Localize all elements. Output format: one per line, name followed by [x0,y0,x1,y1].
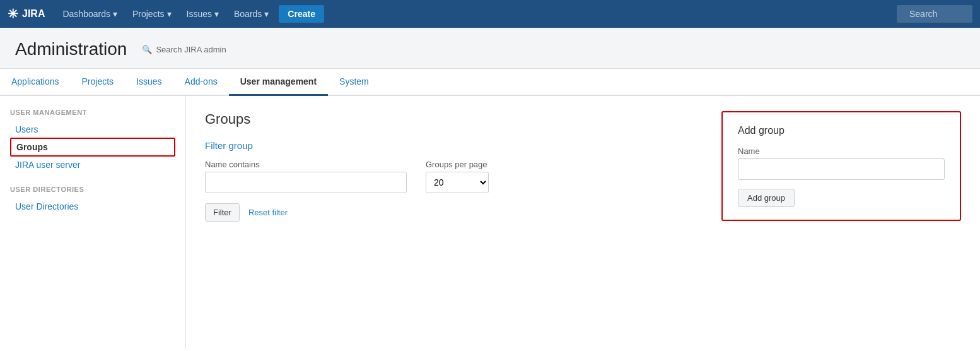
nav-issues[interactable]: Issues ▾ [179,0,226,28]
tab-applications[interactable]: Applications [0,69,71,96]
groups-per-page-label: Groups per page [426,160,489,169]
sidebar-item-user-directories[interactable]: User Directories [10,198,175,215]
add-group-button[interactable]: Add group [738,189,795,207]
nav-projects[interactable]: Projects ▾ [125,0,179,28]
sidebar-item-groups[interactable]: Groups [10,138,175,157]
reset-filter-button[interactable]: Reset filter [246,204,290,221]
admin-header: Administration 🔍 Search JIRA admin [0,28,980,69]
tab-system[interactable]: System [328,69,380,96]
tab-addons[interactable]: Add-ons [173,69,229,96]
main-content: Groups Filter group Name contains Groups… [186,96,703,348]
name-contains-field: Name contains [205,160,407,193]
tab-bar: Applications Projects Issues Add-ons Use… [0,69,980,96]
filter-button[interactable]: Filter [205,203,240,222]
jira-logo-icon: ✳ [8,6,18,21]
chevron-down-icon: ▾ [113,9,117,19]
create-button[interactable]: Create [279,5,324,23]
add-group-name-input[interactable] [738,158,945,180]
sidebar: USER MANAGEMENT Users Groups JIRA user s… [0,96,186,348]
sidebar-section-user-management: USER MANAGEMENT [10,109,175,116]
tab-projects[interactable]: Projects [71,69,125,96]
admin-search-bar[interactable]: 🔍 Search JIRA admin [142,45,226,54]
add-group-title: Add group [738,125,945,136]
groups-per-page-select[interactable]: 20 50 100 [426,172,489,193]
page-title: Administration [15,39,127,59]
content-area: Groups Filter group Name contains Groups… [186,96,980,348]
sidebar-item-jira-user-server[interactable]: JIRA user server [10,157,175,173]
filter-actions: Filter Reset filter [205,203,684,222]
tab-issues[interactable]: Issues [125,69,173,96]
groups-per-page-field: Groups per page 20 50 100 [426,160,489,193]
main-layout: USER MANAGEMENT Users Groups JIRA user s… [0,96,980,348]
chevron-down-icon: ▾ [167,9,172,19]
name-contains-input[interactable] [205,172,407,193]
filter-row: Name contains Groups per page 20 50 100 [205,160,684,193]
sidebar-section-user-directories: USER DIRECTORIES [10,186,175,193]
name-contains-label: Name contains [205,160,407,169]
search-icon: 🔍 [142,45,152,54]
add-group-panel: Add group Name Add group [721,111,961,221]
chevron-down-icon: ▾ [264,9,269,19]
nav-dashboards[interactable]: Dashboards ▾ [55,0,125,28]
sidebar-item-users[interactable]: Users [10,121,175,138]
groups-title: Groups [205,111,684,128]
chevron-down-icon: ▾ [214,9,219,19]
search-button[interactable]: Search [897,5,972,23]
nav-boards[interactable]: Boards ▾ [226,0,276,28]
logo-text: JIRA [22,8,45,20]
filter-group-title: Filter group [205,140,684,151]
top-navigation: ✳ JIRA Dashboards ▾ Projects ▾ Issues ▾ … [0,0,980,28]
logo[interactable]: ✳ JIRA [8,6,45,21]
tab-user-management[interactable]: User management [229,69,328,96]
add-group-name-label: Name [738,146,945,156]
